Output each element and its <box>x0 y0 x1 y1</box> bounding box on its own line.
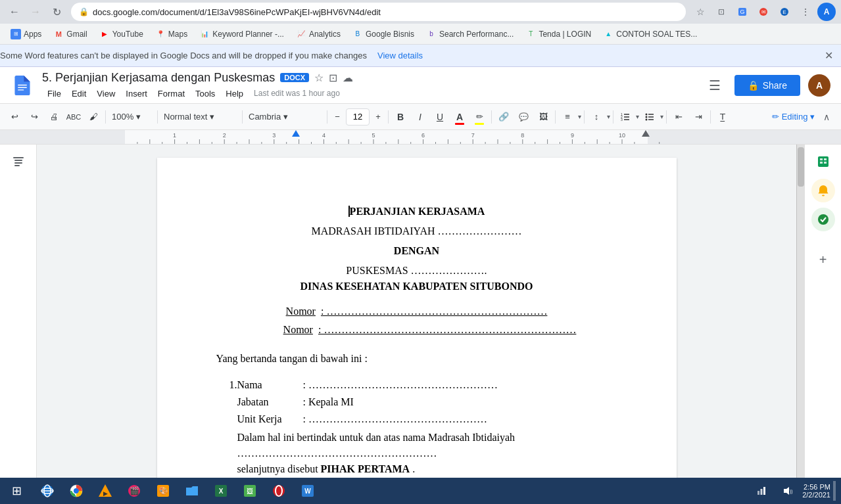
bookmark-bisnis[interactable]: B Google Bisnis <box>347 26 420 42</box>
scrollbar[interactable] <box>796 145 804 478</box>
sidebar-icon-notifications[interactable] <box>811 179 835 202</box>
taskbar-folder[interactable] <box>178 478 206 504</box>
read-mode[interactable]: ⊡ <box>712 3 731 21</box>
image-button[interactable]: 🖼 <box>534 108 552 126</box>
bold-button[interactable]: B <box>391 108 410 126</box>
star-icon[interactable]: ☆ <box>314 72 324 84</box>
sidebar-icon-sheets[interactable] <box>811 150 835 173</box>
zoom-select[interactable]: 100% ▾ <box>108 108 155 126</box>
num-list-chevron: ▾ <box>636 113 639 120</box>
taskbar-word[interactable]: W <box>293 478 322 504</box>
user-avatar[interactable]: A <box>808 74 830 97</box>
sidebar-icon-tasks[interactable] <box>811 208 835 231</box>
indent-more-button[interactable]: ⇥ <box>689 108 708 126</box>
menu-button[interactable]: ⋮ <box>796 3 815 21</box>
highlight-button[interactable]: ✏ <box>470 108 489 126</box>
taskbar-ie[interactable] <box>33 478 62 504</box>
taskbar-photos[interactable]: 🖼 <box>235 478 264 504</box>
bookmark-analytics[interactable]: 📈 Analytics <box>291 26 346 42</box>
view-details-link[interactable]: View details <box>377 51 423 60</box>
outline-icon[interactable] <box>7 150 30 173</box>
taskbar-time-date[interactable]: 2:56 PM 2/2/2021 <box>802 483 830 499</box>
bookmark-gmail[interactable]: M Gmail <box>48 26 92 42</box>
font-size-input[interactable] <box>346 108 370 126</box>
sidebar-icon-add[interactable]: + <box>811 248 835 271</box>
menu-help[interactable]: Help <box>220 87 249 100</box>
taskbar-vlc[interactable]: ▶ <box>91 478 120 504</box>
taskbar-chrome[interactable] <box>62 478 91 504</box>
font-select[interactable]: Cambria ▾ <box>245 108 324 126</box>
menu-format[interactable]: Format <box>153 87 190 100</box>
extension2[interactable]: ✉ <box>754 3 773 21</box>
numbered-list-button[interactable]: 123 <box>616 108 635 126</box>
docs-title-row: 5. Perjanjian Kerjasama dengan Puskesmas… <box>42 71 695 85</box>
bookmark-apps[interactable]: ⊞ Apps <box>5 26 47 42</box>
extension3[interactable]: E <box>775 3 794 21</box>
bookmark-tenda[interactable]: T Tenda | LOGIN <box>520 26 596 42</box>
line-spacing-button[interactable]: ↕ <box>587 108 606 126</box>
forward-button[interactable]: → <box>26 3 45 21</box>
bookmark-youtube[interactable]: ▶ YouTube <box>94 26 149 42</box>
menu-tools[interactable]: Tools <box>190 87 220 100</box>
align-button[interactable]: ≡ <box>558 108 577 126</box>
user-avatar-chrome[interactable]: A <box>817 3 836 21</box>
editing-mode-button[interactable]: ✏ Editing ▾ <box>772 108 815 126</box>
bookmark-maps[interactable]: 📍 Maps <box>150 26 193 42</box>
taskbar-media[interactable]: 🎬 <box>120 478 149 504</box>
svg-point-31 <box>818 214 829 225</box>
link-button[interactable]: 🔗 <box>494 108 513 126</box>
redo-button[interactable]: ↪ <box>25 108 43 126</box>
menu-insert[interactable]: Insert <box>120 87 153 100</box>
page-document[interactable]: PERJANJIAN KERJASAMA MADRASAH IBTIDAIYAH… <box>157 158 677 478</box>
editing-indicator: ✏ Editing ▾ ∧ <box>772 108 836 126</box>
taskbar-paint[interactable]: 🎨 <box>149 478 178 504</box>
bookmark-contoh[interactable]: ▲ CONTOH SOAL TES... <box>598 26 702 42</box>
menu-file[interactable]: File <box>42 87 66 100</box>
indent-less-button[interactable]: ⇤ <box>669 108 688 126</box>
doc-area[interactable]: PERJANJIAN KERJASAMA MADRASAH IBTIDAIYAH… <box>37 145 796 478</box>
taskbar-volume[interactable]: )))) <box>776 478 800 504</box>
folder-icon[interactable]: ⊡ <box>329 72 337 84</box>
notification-close[interactable]: ✕ <box>825 49 833 62</box>
underline-button[interactable]: U <box>431 108 449 126</box>
cloud-icon[interactable]: ☁ <box>343 72 353 84</box>
document-title[interactable]: 5. Perjanjian Kerjasama dengan Puskesmas <box>42 71 275 85</box>
scrollbar-thumb[interactable] <box>798 147 804 187</box>
taskbar-excel[interactable]: X <box>206 478 235 504</box>
font-size-increase[interactable]: + <box>371 108 385 126</box>
party1-jabatan-row: Jabatan : Kepala MI <box>237 394 617 410</box>
style-select[interactable]: Normal text ▾ <box>160 108 239 126</box>
paint-format-button[interactable]: 🖌 <box>84 108 103 126</box>
taskbar: ⊞ ▶ 🎬 🎨 X 🖼 W <box>0 478 841 504</box>
svg-text:▶: ▶ <box>103 490 108 497</box>
comment-button[interactable]: 💬 <box>514 108 533 126</box>
taskbar-network[interactable] <box>750 478 773 504</box>
extension1[interactable]: G <box>733 3 752 21</box>
back-button[interactable]: ← <box>5 3 24 21</box>
party1-bold: PIHAK PERTAMA <box>321 463 410 474</box>
taskbar-opera[interactable] <box>264 478 293 504</box>
font-size-decrease[interactable]: − <box>330 108 345 126</box>
bookmark-kp[interactable]: 📊 Keyword Planner -... <box>194 26 289 42</box>
address-bar[interactable]: 🔒 docs.google.com/document/d/1El3aV98S6i… <box>71 3 686 21</box>
start-button[interactable]: ⊞ <box>0 478 33 504</box>
title-line1: PERJANJIAN KERJASAMA <box>350 206 485 217</box>
doc-title-line2: MADRASAH IBTIDAIYAH …………………… <box>216 223 617 239</box>
collapse-toolbar-button[interactable]: ∧ <box>817 108 836 126</box>
print-button[interactable]: 🖨 <box>45 108 63 126</box>
spell-check-button[interactable]: ABC <box>64 108 83 126</box>
clear-format-button[interactable]: T̲ <box>713 108 732 126</box>
italic-button[interactable]: I <box>411 108 429 126</box>
taskbar-show-desktop[interactable] <box>833 481 836 501</box>
bookmark-star[interactable]: ☆ <box>691 3 709 21</box>
text-color-button[interactable]: A <box>450 108 469 126</box>
menu-edit[interactable]: Edit <box>66 87 91 100</box>
comments-button[interactable]: ☰ <box>703 74 727 97</box>
reload-button[interactable]: ↻ <box>47 3 66 21</box>
menu-view[interactable]: View <box>91 87 120 100</box>
share-button[interactable]: 🔒 Share <box>734 75 800 96</box>
undo-button[interactable]: ↩ <box>5 108 24 126</box>
docx-badge[interactable]: DOCX <box>280 73 309 82</box>
bookmark-search-perf[interactable]: b Search Performanc... <box>421 26 519 42</box>
bullet-list-button[interactable] <box>640 108 659 126</box>
